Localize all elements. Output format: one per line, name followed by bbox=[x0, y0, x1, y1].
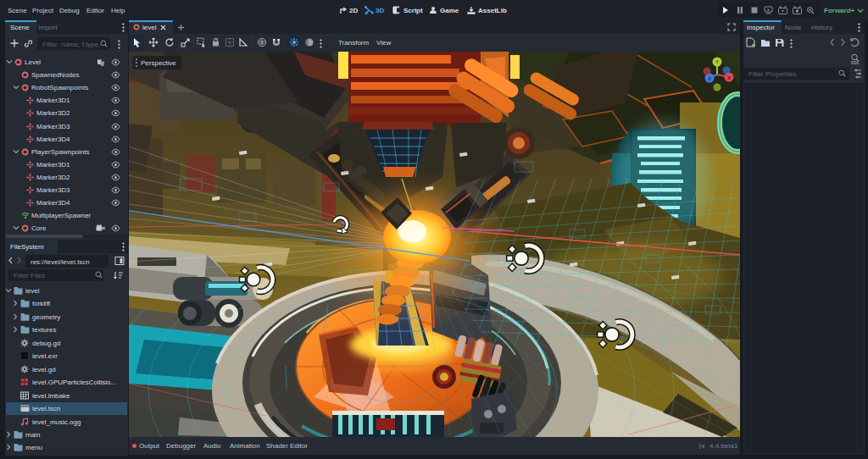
svg-text:Y: Y bbox=[715, 59, 719, 64]
svg-text:X: X bbox=[727, 75, 731, 80]
svg-text:DOC: DOC bbox=[851, 61, 860, 65]
svg-text:Z: Z bbox=[708, 76, 711, 81]
